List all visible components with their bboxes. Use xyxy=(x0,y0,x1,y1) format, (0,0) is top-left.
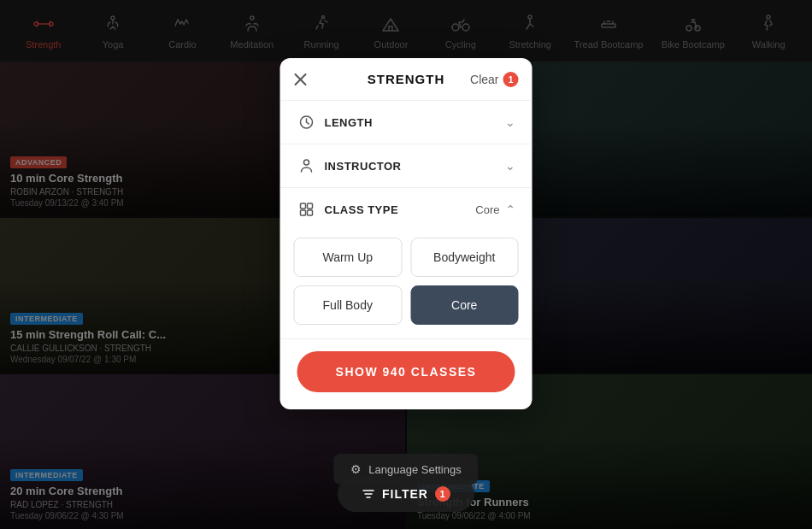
class-type-options: Warm Up Bodyweight Full Body Core xyxy=(280,231,533,338)
class-type-chevron-icon: ⌄ xyxy=(505,203,515,216)
instructor-section: INSTRUCTOR ⌄ xyxy=(280,144,533,188)
options-grid: Warm Up Bodyweight Full Body Core xyxy=(294,238,519,325)
language-settings-toast: ⚙ Language Settings xyxy=(333,454,478,485)
modal-close-button[interactable] xyxy=(294,73,308,86)
length-row[interactable]: LENGTH ⌄ xyxy=(280,101,533,144)
length-section: LENGTH ⌄ xyxy=(280,101,533,144)
svg-rect-14 xyxy=(301,203,306,209)
settings-icon: ⚙ xyxy=(350,462,362,476)
instructor-chevron-icon: ⌄ xyxy=(505,159,515,173)
class-type-row[interactable]: CLASS TYPE Core ⌄ xyxy=(280,188,533,231)
filter-icon xyxy=(362,487,375,501)
modal-clear-label: Clear xyxy=(470,73,498,86)
show-classes-button[interactable]: SHOW 940 CLASSES xyxy=(297,351,515,392)
class-type-icon xyxy=(297,200,316,219)
instructor-label: INSTRUCTOR xyxy=(325,160,505,173)
svg-point-13 xyxy=(304,160,309,165)
modal-clear-area[interactable]: Clear 1 xyxy=(470,72,518,87)
option-warm-up[interactable]: Warm Up xyxy=(294,238,403,277)
svg-rect-16 xyxy=(301,210,306,215)
option-full-body[interactable]: Full Body xyxy=(294,285,403,325)
class-type-label: CLASS TYPE xyxy=(325,203,476,216)
class-type-section: CLASS TYPE Core ⌄ Warm Up Bodyweight Ful… xyxy=(280,188,533,339)
svg-rect-15 xyxy=(308,203,313,209)
option-core[interactable]: Core xyxy=(410,285,519,325)
length-label: LENGTH xyxy=(325,116,505,129)
language-settings-label: Language Settings xyxy=(368,463,461,476)
modal-title: STRENGTH xyxy=(368,72,445,86)
length-chevron-icon: ⌄ xyxy=(505,115,515,129)
length-icon xyxy=(297,113,316,132)
class-type-value: Core xyxy=(475,203,499,216)
filter-modal: STRENGTH Clear 1 LENGTH ⌄ xyxy=(280,58,533,409)
svg-rect-17 xyxy=(308,210,313,215)
modal-clear-count: 1 xyxy=(503,72,519,87)
show-classes-area: SHOW 940 CLASSES xyxy=(280,339,533,409)
modal-header: STRENGTH Clear 1 xyxy=(280,58,533,101)
filter-bar-label: FILTER xyxy=(382,487,428,501)
instructor-icon xyxy=(297,156,316,175)
filter-count-badge: 1 xyxy=(435,486,450,502)
option-bodyweight[interactable]: Bodyweight xyxy=(410,238,519,277)
instructor-row[interactable]: INSTRUCTOR ⌄ xyxy=(280,144,533,187)
